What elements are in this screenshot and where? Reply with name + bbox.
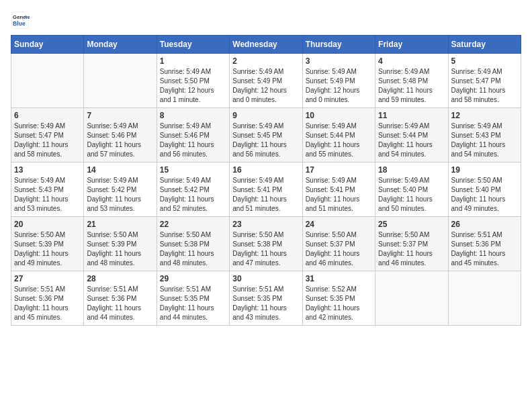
day-number-9: 9 bbox=[232, 111, 299, 120]
day-number-11: 11 bbox=[378, 111, 445, 120]
day-number-23: 23 bbox=[232, 220, 299, 229]
day-detail-19: Sunrise: 5:50 AMSunset: 5:40 PMDaylight:… bbox=[451, 176, 518, 214]
day-detail-7: Sunrise: 5:49 AMSunset: 5:46 PMDaylight:… bbox=[87, 122, 153, 159]
day-cell-28: 28Sunrise: 5:51 AMSunset: 5:36 PMDayligh… bbox=[84, 271, 157, 326]
empty-cell bbox=[375, 271, 448, 326]
day-cell-8: 8Sunrise: 5:49 AMSunset: 5:46 PMDaylight… bbox=[157, 108, 229, 163]
day-number-10: 10 bbox=[306, 111, 372, 120]
day-detail-22: Sunrise: 5:50 AMSunset: 5:38 PMDaylight:… bbox=[160, 230, 226, 268]
weekday-friday: Friday bbox=[375, 36, 448, 54]
day-detail-8: Sunrise: 5:49 AMSunset: 5:46 PMDaylight:… bbox=[160, 122, 226, 159]
day-number-30: 30 bbox=[232, 274, 299, 283]
day-cell-1: 1Sunrise: 5:49 AMSunset: 5:50 PMDaylight… bbox=[157, 54, 229, 108]
day-cell-14: 14Sunrise: 5:49 AMSunset: 5:42 PMDayligh… bbox=[84, 163, 157, 217]
day-number-19: 19 bbox=[451, 165, 518, 175]
logo-icon: General Blue bbox=[11, 11, 30, 30]
day-number-31: 31 bbox=[306, 274, 372, 283]
empty-cell bbox=[448, 271, 521, 326]
day-cell-18: 18Sunrise: 5:49 AMSunset: 5:40 PMDayligh… bbox=[375, 163, 448, 217]
weekday-sunday: Sunday bbox=[11, 36, 84, 54]
svg-text:Blue: Blue bbox=[13, 20, 26, 27]
day-detail-9: Sunrise: 5:49 AMSunset: 5:45 PMDaylight:… bbox=[232, 122, 299, 159]
day-detail-5: Sunrise: 5:49 AMSunset: 5:47 PMDaylight:… bbox=[451, 67, 518, 105]
day-cell-12: 12Sunrise: 5:49 AMSunset: 5:43 PMDayligh… bbox=[448, 108, 521, 163]
day-number-6: 6 bbox=[14, 111, 81, 120]
day-cell-23: 23Sunrise: 5:50 AMSunset: 5:38 PMDayligh… bbox=[230, 217, 302, 271]
day-number-5: 5 bbox=[451, 56, 518, 66]
day-detail-17: Sunrise: 5:49 AMSunset: 5:41 PMDaylight:… bbox=[306, 176, 372, 214]
week-row-3: 13Sunrise: 5:49 AMSunset: 5:43 PMDayligh… bbox=[11, 163, 521, 217]
weekday-monday: Monday bbox=[84, 36, 157, 54]
day-number-20: 20 bbox=[14, 220, 81, 229]
day-number-29: 29 bbox=[160, 274, 226, 283]
day-cell-2: 2Sunrise: 5:49 AMSunset: 5:49 PMDaylight… bbox=[230, 54, 302, 108]
day-number-8: 8 bbox=[160, 111, 226, 120]
day-detail-3: Sunrise: 5:49 AMSunset: 5:49 PMDaylight:… bbox=[306, 67, 372, 105]
day-number-16: 16 bbox=[232, 165, 299, 175]
day-cell-6: 6Sunrise: 5:49 AMSunset: 5:47 PMDaylight… bbox=[11, 108, 84, 163]
day-cell-9: 9Sunrise: 5:49 AMSunset: 5:45 PMDaylight… bbox=[230, 108, 302, 163]
day-number-12: 12 bbox=[451, 111, 518, 120]
day-cell-19: 19Sunrise: 5:50 AMSunset: 5:40 PMDayligh… bbox=[448, 163, 521, 217]
day-number-22: 22 bbox=[160, 220, 226, 229]
day-cell-4: 4Sunrise: 5:49 AMSunset: 5:48 PMDaylight… bbox=[375, 54, 448, 108]
day-detail-23: Sunrise: 5:50 AMSunset: 5:38 PMDaylight:… bbox=[232, 230, 299, 268]
weekday-wednesday: Wednesday bbox=[230, 36, 302, 54]
day-cell-15: 15Sunrise: 5:49 AMSunset: 5:42 PMDayligh… bbox=[157, 163, 229, 217]
weekday-tuesday: Tuesday bbox=[157, 36, 229, 54]
day-detail-10: Sunrise: 5:49 AMSunset: 5:44 PMDaylight:… bbox=[306, 122, 372, 159]
day-detail-16: Sunrise: 5:49 AMSunset: 5:41 PMDaylight:… bbox=[232, 176, 299, 214]
day-number-17: 17 bbox=[306, 165, 372, 175]
day-detail-24: Sunrise: 5:50 AMSunset: 5:37 PMDaylight:… bbox=[306, 230, 372, 268]
empty-cell bbox=[11, 54, 84, 108]
day-number-13: 13 bbox=[14, 165, 81, 175]
day-cell-3: 3Sunrise: 5:49 AMSunset: 5:49 PMDaylight… bbox=[302, 54, 375, 108]
week-row-4: 20Sunrise: 5:50 AMSunset: 5:39 PMDayligh… bbox=[11, 217, 521, 271]
day-cell-24: 24Sunrise: 5:50 AMSunset: 5:37 PMDayligh… bbox=[302, 217, 375, 271]
day-detail-11: Sunrise: 5:49 AMSunset: 5:44 PMDaylight:… bbox=[378, 122, 445, 159]
logo: General Blue bbox=[11, 11, 30, 30]
day-number-1: 1 bbox=[160, 56, 226, 66]
weekday-thursday: Thursday bbox=[302, 36, 375, 54]
day-number-15: 15 bbox=[160, 165, 226, 175]
weekday-saturday: Saturday bbox=[448, 36, 521, 54]
day-number-21: 21 bbox=[87, 220, 153, 229]
day-cell-27: 27Sunrise: 5:51 AMSunset: 5:36 PMDayligh… bbox=[11, 271, 84, 326]
week-row-5: 27Sunrise: 5:51 AMSunset: 5:36 PMDayligh… bbox=[11, 271, 521, 326]
day-number-24: 24 bbox=[306, 220, 372, 229]
calendar-table: SundayMondayTuesdayWednesdayThursdayFrid… bbox=[11, 35, 521, 326]
day-detail-27: Sunrise: 5:51 AMSunset: 5:36 PMDaylight:… bbox=[14, 285, 81, 322]
day-detail-13: Sunrise: 5:49 AMSunset: 5:43 PMDaylight:… bbox=[14, 176, 81, 214]
day-number-2: 2 bbox=[232, 56, 299, 66]
week-row-1: 1Sunrise: 5:49 AMSunset: 5:50 PMDaylight… bbox=[11, 54, 521, 108]
day-cell-20: 20Sunrise: 5:50 AMSunset: 5:39 PMDayligh… bbox=[11, 217, 84, 271]
day-number-27: 27 bbox=[14, 274, 81, 283]
weekday-header-row: SundayMondayTuesdayWednesdayThursdayFrid… bbox=[11, 36, 521, 54]
day-cell-31: 31Sunrise: 5:52 AMSunset: 5:35 PMDayligh… bbox=[302, 271, 375, 326]
day-detail-15: Sunrise: 5:49 AMSunset: 5:42 PMDaylight:… bbox=[160, 176, 226, 214]
day-detail-20: Sunrise: 5:50 AMSunset: 5:39 PMDaylight:… bbox=[14, 230, 81, 268]
day-cell-21: 21Sunrise: 5:50 AMSunset: 5:39 PMDayligh… bbox=[84, 217, 157, 271]
page-header: General Blue bbox=[11, 11, 521, 30]
day-number-3: 3 bbox=[306, 56, 372, 66]
day-cell-16: 16Sunrise: 5:49 AMSunset: 5:41 PMDayligh… bbox=[230, 163, 302, 217]
day-detail-4: Sunrise: 5:49 AMSunset: 5:48 PMDaylight:… bbox=[378, 67, 445, 105]
day-number-26: 26 bbox=[451, 220, 518, 229]
day-detail-30: Sunrise: 5:51 AMSunset: 5:35 PMDaylight:… bbox=[232, 285, 299, 322]
day-detail-25: Sunrise: 5:50 AMSunset: 5:37 PMDaylight:… bbox=[378, 230, 445, 268]
day-detail-6: Sunrise: 5:49 AMSunset: 5:47 PMDaylight:… bbox=[14, 122, 81, 159]
day-cell-11: 11Sunrise: 5:49 AMSunset: 5:44 PMDayligh… bbox=[375, 108, 448, 163]
day-number-25: 25 bbox=[378, 220, 445, 229]
day-detail-29: Sunrise: 5:51 AMSunset: 5:35 PMDaylight:… bbox=[160, 285, 226, 322]
day-detail-18: Sunrise: 5:49 AMSunset: 5:40 PMDaylight:… bbox=[378, 176, 445, 214]
day-number-7: 7 bbox=[87, 111, 153, 120]
day-cell-13: 13Sunrise: 5:49 AMSunset: 5:43 PMDayligh… bbox=[11, 163, 84, 217]
day-cell-25: 25Sunrise: 5:50 AMSunset: 5:37 PMDayligh… bbox=[375, 217, 448, 271]
day-detail-1: Sunrise: 5:49 AMSunset: 5:50 PMDaylight:… bbox=[160, 67, 226, 105]
day-cell-10: 10Sunrise: 5:49 AMSunset: 5:44 PMDayligh… bbox=[302, 108, 375, 163]
day-cell-29: 29Sunrise: 5:51 AMSunset: 5:35 PMDayligh… bbox=[157, 271, 229, 326]
day-detail-31: Sunrise: 5:52 AMSunset: 5:35 PMDaylight:… bbox=[306, 285, 372, 322]
empty-cell bbox=[84, 54, 157, 108]
week-row-2: 6Sunrise: 5:49 AMSunset: 5:47 PMDaylight… bbox=[11, 108, 521, 163]
day-cell-22: 22Sunrise: 5:50 AMSunset: 5:38 PMDayligh… bbox=[157, 217, 229, 271]
